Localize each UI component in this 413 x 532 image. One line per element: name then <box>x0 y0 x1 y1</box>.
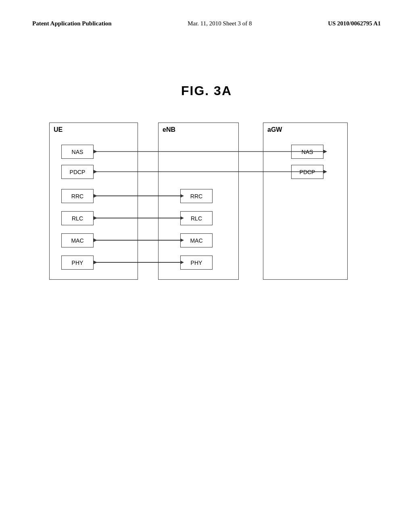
header: Patent Application Publication Mar. 11, … <box>0 0 413 35</box>
figure-title: FIG. 3A <box>0 83 413 98</box>
page: Patent Application Publication Mar. 11, … <box>0 0 413 532</box>
header-right: US 2010/0062795 A1 <box>328 20 381 27</box>
header-center: Mar. 11, 2010 Sheet 3 of 8 <box>188 20 252 27</box>
diagram-area: UE eNB aGW NAS PDCP RRC RLC MAC PHY RRC … <box>0 123 413 292</box>
diagram-container: UE eNB aGW NAS PDCP RRC RLC MAC PHY RRC … <box>49 123 364 292</box>
connection-arrows <box>49 123 364 292</box>
header-left: Patent Application Publication <box>32 20 112 27</box>
figure-label: FIG. 3A <box>181 83 232 98</box>
